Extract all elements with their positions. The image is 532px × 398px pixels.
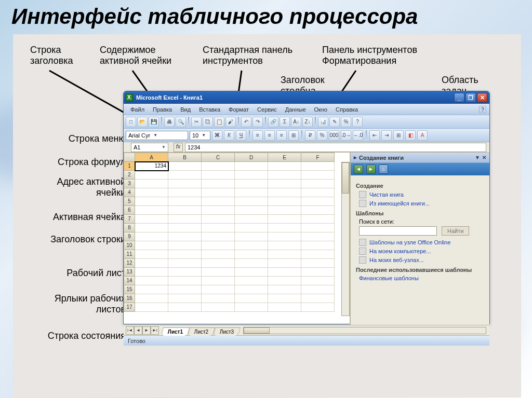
fill-color-icon[interactable]: ◧ [405, 130, 416, 141]
cell[interactable] [268, 259, 301, 268]
maximize-button[interactable]: ❐ [466, 93, 476, 102]
cell[interactable] [268, 232, 301, 241]
cell[interactable] [301, 241, 335, 250]
column-header[interactable]: B [168, 153, 202, 162]
paste-icon[interactable]: 📋 [214, 117, 224, 127]
cell[interactable] [268, 250, 301, 259]
cell[interactable] [235, 250, 268, 259]
cell[interactable] [301, 224, 335, 232]
indent-right-icon[interactable]: ⇥ [381, 130, 392, 141]
align-right-icon[interactable]: ≡ [276, 130, 287, 141]
row-header[interactable]: 16 [124, 294, 135, 303]
cell[interactable] [301, 197, 335, 206]
menu-item[interactable]: Справка [332, 105, 362, 114]
link-office-online[interactable]: Шаблоны на узле Office Online [359, 239, 484, 246]
cell[interactable] [268, 268, 301, 277]
open-icon[interactable]: 📂 [137, 117, 148, 127]
menu-item[interactable]: Формат [225, 105, 252, 114]
preview-icon[interactable]: 🔍 [176, 117, 186, 127]
fx-icon[interactable]: fx [174, 143, 183, 152]
copy-icon[interactable]: ⿻ [203, 117, 213, 127]
column-header[interactable]: F [301, 153, 335, 162]
cell[interactable] [202, 215, 235, 224]
cell[interactable] [235, 224, 268, 232]
row-header[interactable]: 3 [124, 180, 135, 188]
borders-icon[interactable]: ⊞ [393, 130, 404, 141]
row-header[interactable]: 17 [124, 303, 135, 312]
cell[interactable] [268, 171, 301, 180]
cell[interactable] [202, 250, 235, 259]
cell[interactable] [268, 206, 301, 215]
taskpane-title-bar[interactable]: ▸ Создание книги ▼✕ [351, 153, 489, 163]
cell[interactable] [135, 277, 168, 285]
cell[interactable] [235, 180, 268, 188]
cell[interactable] [135, 250, 168, 259]
cell[interactable] [301, 303, 335, 312]
cell[interactable] [135, 303, 168, 312]
cell[interactable] [135, 206, 168, 215]
cell[interactable] [202, 259, 235, 268]
cell[interactable] [168, 215, 202, 224]
cell[interactable] [168, 303, 202, 312]
row-header[interactable]: 4 [124, 188, 135, 197]
cell[interactable] [168, 224, 202, 232]
cell[interactable] [202, 285, 235, 294]
cell[interactable] [268, 285, 301, 294]
cell[interactable] [168, 180, 202, 188]
cell[interactable] [268, 294, 301, 303]
cell[interactable] [235, 241, 268, 250]
column-header[interactable]: D [235, 153, 268, 162]
cell[interactable] [168, 232, 202, 241]
cell[interactable] [301, 215, 335, 224]
row-header[interactable]: 11 [124, 250, 135, 259]
cell[interactable] [202, 294, 235, 303]
cell[interactable] [202, 171, 235, 180]
menu-item[interactable]: Окно [311, 105, 331, 114]
column-header[interactable]: A [135, 153, 168, 162]
cell[interactable] [135, 285, 168, 294]
cell[interactable] [135, 171, 168, 180]
row-header[interactable]: 10 [124, 241, 135, 250]
cell[interactable] [135, 188, 168, 197]
cell[interactable] [301, 162, 335, 171]
increase-decimal-icon[interactable]: .0→ [341, 130, 351, 141]
last-sheet-icon[interactable]: ►I [151, 326, 159, 335]
cell[interactable] [301, 268, 335, 277]
sort-asc-icon[interactable]: A↓ [291, 117, 301, 127]
cell[interactable] [168, 277, 202, 285]
cell[interactable] [168, 259, 202, 268]
link-my-websites[interactable]: На моих веб-узлах... [359, 256, 484, 264]
bold-icon[interactable]: Ж [212, 130, 222, 141]
link-my-computer[interactable]: На моем компьютере... [359, 248, 484, 255]
indent-left-icon[interactable]: ⇤ [369, 130, 380, 141]
redo-icon[interactable]: ↷ [252, 117, 263, 127]
row-header[interactable]: 9 [124, 232, 135, 241]
cell[interactable] [168, 171, 202, 180]
cell[interactable] [202, 180, 235, 188]
row-header[interactable]: 1 [124, 162, 135, 171]
cell[interactable] [135, 180, 168, 188]
sheet-tab[interactable]: Лист1 [161, 327, 190, 336]
cell[interactable] [135, 259, 168, 268]
font-color-icon[interactable]: A [417, 130, 428, 141]
cell[interactable] [168, 241, 202, 250]
sheet-tab[interactable]: Лист3 [213, 327, 241, 336]
cell[interactable] [168, 268, 202, 277]
cell[interactable] [202, 232, 235, 241]
cell[interactable] [168, 197, 202, 206]
help-icon[interactable]: ? [352, 117, 363, 127]
cell[interactable] [268, 303, 301, 312]
menu-item[interactable]: Вид [177, 105, 194, 114]
help-icon[interactable]: ? [479, 106, 486, 113]
row-header[interactable]: 7 [124, 215, 135, 224]
row-header[interactable]: 6 [124, 206, 135, 215]
cell[interactable] [235, 232, 268, 241]
link-from-existing[interactable]: Из имеющейся книги... [359, 200, 484, 207]
cell[interactable] [202, 277, 235, 285]
menu-item[interactable]: Данные [282, 105, 310, 114]
cell[interactable]: 1234 [135, 162, 168, 171]
align-center-icon[interactable]: ≡ [264, 130, 275, 141]
cell[interactable] [135, 224, 168, 232]
row-header[interactable]: 5 [124, 197, 135, 206]
back-icon[interactable]: ◄ [354, 164, 363, 174]
